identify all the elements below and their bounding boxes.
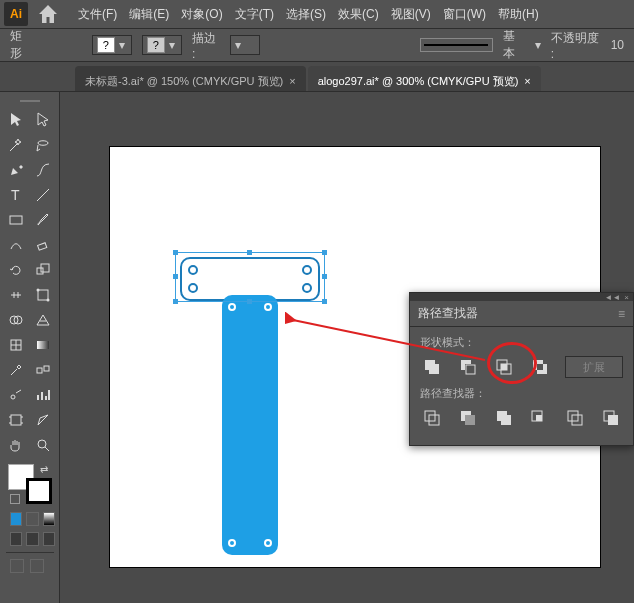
separator [6,552,54,553]
draw-behind-icon[interactable] [26,532,38,546]
shaper-tool[interactable] [4,233,29,256]
close-icon[interactable]: × [624,293,629,302]
selection-handle[interactable] [247,250,252,255]
symbol-sprayer-tool[interactable] [4,383,29,406]
menu-select[interactable]: 选择(S) [280,2,332,27]
fill-stroke-control[interactable]: ⇄ [8,464,52,504]
brush-stroke-preview[interactable] [420,38,493,52]
width-tool[interactable] [4,283,29,306]
document-tab[interactable]: 未标题-3.ai* @ 150% (CMYK/GPU 预览) × [75,66,306,91]
gradient-swatch[interactable] [26,512,38,526]
canvas-area[interactable]: ◄◄ × 路径查找器 ≡ 形状模式： [60,92,634,603]
expand-button[interactable]: 扩展 [565,356,623,378]
magic-wand-tool[interactable] [4,133,29,156]
mesh-tool[interactable] [4,333,29,356]
intersect-button[interactable] [492,356,516,378]
stroke-label: 描边 : [192,30,220,61]
opacity-value[interactable]: 10 [611,38,624,52]
menu-help[interactable]: 帮助(H) [492,2,545,27]
pathfinder-section-label: 路径查找器： [420,386,623,401]
zoom-tool[interactable] [31,433,56,456]
screen-mode-icon[interactable] [10,559,24,573]
hand-tool[interactable] [4,433,29,456]
selection-handle[interactable] [173,250,178,255]
menu-edit[interactable]: 编辑(E) [123,2,175,27]
draw-modes [10,532,55,546]
menu-view[interactable]: 视图(V) [385,2,437,27]
panel-handle[interactable]: ◄◄ × [410,293,633,301]
menu-window[interactable]: 窗口(W) [437,2,492,27]
draw-inside-icon[interactable] [43,532,55,546]
home-icon-button[interactable] [36,2,60,26]
svg-rect-3 [37,268,43,274]
outline-button[interactable] [563,407,587,429]
default-fill-stroke-icon[interactable] [10,494,20,504]
menu-object[interactable]: 对象(O) [175,2,228,27]
lasso-tool[interactable] [31,133,56,156]
stroke-swatch-dropdown[interactable]: ? ▾ [142,35,182,55]
unite-button[interactable] [420,356,444,378]
none-swatch[interactable] [43,512,55,526]
rotate-tool[interactable] [4,258,29,281]
paintbrush-tool[interactable] [31,208,56,231]
merge-button[interactable] [492,407,516,429]
minus-front-button[interactable] [456,356,480,378]
shape-builder-tool[interactable] [4,308,29,331]
direct-selection-tool[interactable] [31,108,56,131]
fill-swatch-dropdown[interactable]: ? ▾ [92,35,132,55]
selection-handle[interactable] [322,274,327,279]
chevron-down-icon[interactable]: ▾ [535,38,541,52]
screen-mode-icon[interactable] [30,559,44,573]
rivet-circle-icon [302,265,312,275]
divide-button[interactable] [420,407,444,429]
panel-menu-icon[interactable]: ≡ [618,307,625,321]
stroke-color-box[interactable] [26,478,52,504]
stroke-weight-dropdown[interactable]: ▾ [230,35,260,55]
opacity-label: 不透明度 : [551,30,601,61]
rivet-circle-icon [302,283,312,293]
close-icon[interactable]: × [289,75,295,87]
perspective-tool[interactable] [31,308,56,331]
document-tab[interactable]: alogo297.ai* @ 300% (CMYK/GPU 预览) × [308,66,541,91]
line-tool[interactable] [31,183,56,206]
crop-button[interactable] [527,407,551,429]
artwork-handle-shape[interactable] [222,295,278,555]
selection-handle[interactable] [322,299,327,304]
menu-file[interactable]: 文件(F) [72,2,123,27]
minus-back-button[interactable] [599,407,623,429]
svg-text:T: T [11,187,20,203]
document-tab-bar: 未标题-3.ai* @ 150% (CMYK/GPU 预览) × alogo29… [0,62,634,92]
curvature-tool[interactable] [31,158,56,181]
type-tool[interactable]: T [4,183,29,206]
scale-tool[interactable] [31,258,56,281]
close-icon[interactable]: × [524,75,530,87]
gradient-tool[interactable] [31,333,56,356]
free-transform-tool[interactable] [31,283,56,306]
color-swatch[interactable] [10,512,22,526]
swap-fill-stroke-icon[interactable]: ⇄ [40,464,48,475]
selection-handle[interactable] [173,299,178,304]
exclude-button[interactable] [528,356,552,378]
pen-tool[interactable] [4,158,29,181]
eraser-tool[interactable] [31,233,56,256]
column-graph-tool[interactable] [31,383,56,406]
selection-handle[interactable] [173,274,178,279]
toolbox: T [0,92,60,603]
stroke-swatch-icon: ? [147,37,165,53]
panel-grip-icon[interactable] [4,98,55,104]
trim-button[interactable] [456,407,480,429]
current-tool-name: 矩形 [10,28,32,62]
rectangle-tool[interactable] [4,208,29,231]
screen-mode-row [10,559,55,573]
menu-effect[interactable]: 效果(C) [332,2,385,27]
collapse-icon[interactable]: ◄◄ [604,293,620,302]
draw-normal-icon[interactable] [10,532,22,546]
selection-tool[interactable] [4,108,29,131]
menu-type[interactable]: 文字(T) [229,2,280,27]
slice-tool[interactable] [31,408,56,431]
eyedropper-tool[interactable] [4,358,29,381]
artboard-tool[interactable] [4,408,29,431]
selection-handle[interactable] [322,250,327,255]
svg-rect-28 [572,415,582,425]
blend-tool[interactable] [31,358,56,381]
